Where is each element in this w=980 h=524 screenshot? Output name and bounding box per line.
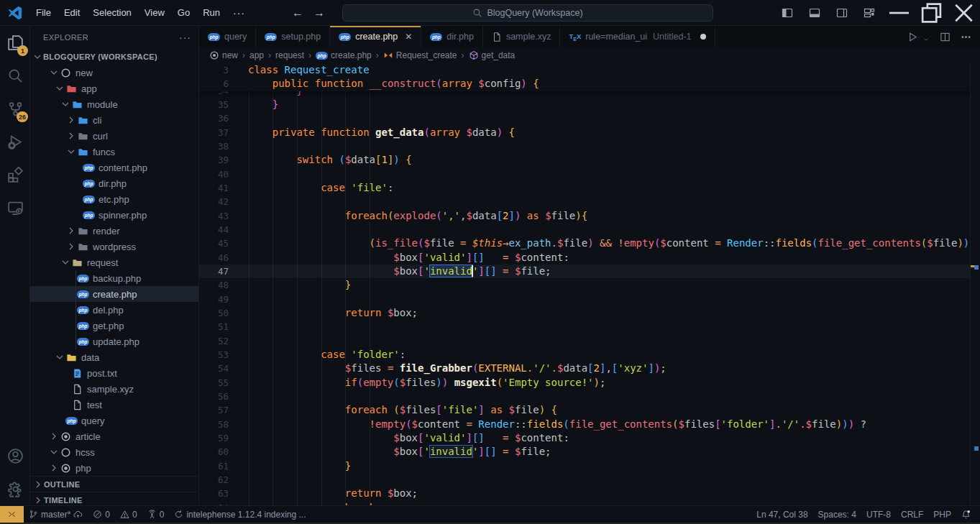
settings-gear-activity-button[interactable]	[0, 472, 30, 505]
tree-item-update-php[interactable]: phpupdate.php	[30, 334, 198, 349]
workspace-root-row[interactable]: BLOGQUERY (WORKSPACE)	[30, 49, 198, 65]
nav-back-icon[interactable]: ←	[292, 6, 303, 19]
tree-item-query[interactable]: phpquery	[30, 413, 198, 428]
command-center-search[interactable]: BlogQuery (Workspace)	[342, 4, 713, 22]
code-editor[interactable]: 3class Request_create6 public function _…	[199, 63, 980, 505]
tree-item-article[interactable]: article	[30, 428, 198, 444]
breadcrumb-item-app[interactable]: app	[249, 50, 264, 60]
run-icon[interactable]	[907, 32, 918, 42]
search-activity-button[interactable]	[0, 59, 30, 92]
sidebar-section-outline[interactable]: OUTLINE	[30, 476, 198, 492]
code-line-6[interactable]: 6 public function __construct(array $con…	[199, 77, 980, 91]
chevron-right-icon[interactable]	[65, 225, 77, 236]
source-control-activity-button[interactable]: 26	[0, 92, 30, 125]
chevron-down-icon[interactable]	[54, 351, 65, 363]
close-icon[interactable]: ✕	[405, 32, 412, 42]
status-sync[interactable]: intelephense 1.12.4 indexing ...	[169, 506, 311, 523]
explorer-activity-button[interactable]: 1	[0, 26, 30, 59]
layout-panel-icon[interactable]	[809, 7, 820, 19]
code-line-36[interactable]: 36	[199, 111, 980, 125]
code-line-41[interactable]: 41 case 'file':	[199, 181, 980, 195]
status-spaces-4[interactable]: Spaces: 4	[813, 506, 861, 523]
status-ln-47-col-38[interactable]: Ln 47, Col 38	[751, 506, 812, 523]
code-line-63[interactable]: 63 return $box;	[199, 487, 980, 500]
layout-customize-icon[interactable]	[864, 7, 875, 19]
status-utf-8[interactable]: UTF-8	[861, 506, 896, 523]
code-line-57[interactable]: 57 foreach ($files['file'] as $file) {	[199, 403, 980, 417]
status-ports[interactable]: 0	[142, 506, 170, 523]
nav-forward-icon[interactable]: →	[313, 6, 325, 19]
tree-item-backup-php[interactable]: phpbackup.php	[30, 270, 198, 286]
chevron-down-icon[interactable]	[60, 98, 71, 110]
tree-item-dir-php[interactable]: phpdir.php	[30, 175, 198, 191]
menu-edit[interactable]: Edit	[58, 0, 86, 26]
menu-view[interactable]: View	[138, 0, 171, 26]
code-line-46[interactable]: 46 $box['valid'][] = $content:	[199, 251, 980, 265]
chevron-down-icon[interactable]	[48, 446, 60, 458]
tree-item-hcss[interactable]: hcss	[30, 444, 198, 460]
sidebar-section-timeline[interactable]: TIMELINE	[30, 492, 198, 505]
menu-file[interactable]: File	[29, 0, 58, 26]
tab-rule-median_ui[interactable]: TEXrule=median_uiUntitled-1	[560, 26, 715, 47]
code-line-47[interactable]: 47 $box['invalid'][] = $file;	[199, 265, 980, 278]
breadcrumb-item-new[interactable]: new	[209, 50, 238, 60]
status-remote[interactable]	[0, 506, 24, 523]
status-warning[interactable]: 0	[115, 506, 142, 523]
code-line-38[interactable]: 38	[199, 139, 980, 153]
tree-item-sample-xyz[interactable]: sample.xyz	[30, 381, 198, 397]
tab-dir-php[interactable]: phpdir.php	[421, 26, 483, 47]
tree-item-render[interactable]: render	[30, 223, 198, 239]
code-line-61[interactable]: 61 }	[199, 459, 980, 473]
chevron-right-icon[interactable]	[65, 130, 77, 142]
status-notifications[interactable]	[956, 506, 976, 523]
restore-button[interactable]	[915, 0, 948, 26]
breadcrumb-item-Request_create[interactable]: Request_create	[383, 50, 457, 60]
tree-item-wordpress[interactable]: wordpress	[30, 239, 198, 254]
status-error[interactable]: 0	[88, 506, 115, 523]
tree-item-del-php[interactable]: phpdel.php	[30, 302, 198, 318]
chevron-right-icon[interactable]	[48, 462, 60, 474]
tab-setup-php[interactable]: phpsetup.php	[256, 26, 330, 47]
tree-item-new[interactable]: new	[30, 65, 198, 81]
close-button[interactable]	[948, 0, 980, 26]
chevron-right-icon[interactable]	[65, 114, 77, 126]
code-line-49[interactable]: 49	[199, 293, 980, 306]
code-line-37[interactable]: 37 private function get_data(array $data…	[199, 126, 980, 139]
chevron-down-icon[interactable]	[60, 257, 71, 268]
code-line-51[interactable]: 51	[199, 320, 980, 334]
code-line-58[interactable]: 58 !empty($content = Render::fields(file…	[199, 418, 980, 431]
chevron-down-icon[interactable]	[65, 146, 77, 157]
code-line-55[interactable]: 55 if(empty($files)) msgexit('Empty sour…	[199, 376, 980, 390]
tree-item-module[interactable]: module	[30, 96, 198, 112]
code-line-3[interactable]: 3class Request_create	[199, 63, 980, 77]
menu-run[interactable]: Run	[196, 0, 226, 26]
layout-sidebar-icon[interactable]	[782, 7, 793, 19]
menu-go[interactable]: Go	[171, 0, 196, 26]
code-line-53[interactable]: 53 case 'folder':	[199, 348, 980, 362]
tree-item-test[interactable]: test	[30, 397, 198, 413]
tab-query[interactable]: phpquery	[199, 26, 256, 47]
chevron-right-icon[interactable]	[48, 431, 60, 442]
overview-ruler-scrollbar[interactable]	[970, 63, 980, 505]
breadcrumb-item-get_data[interactable]: get_data	[469, 50, 516, 60]
minimize-button[interactable]	[883, 0, 915, 26]
code-line-43[interactable]: 43 foreach(explode(',',$data[2]) as $fil…	[199, 209, 980, 223]
code-line-42[interactable]: 42	[199, 195, 980, 208]
tree-item-etc-php[interactable]: phpetc.php	[30, 191, 198, 207]
code-line-44[interactable]: 44	[199, 223, 980, 236]
code-line-52[interactable]: 52	[199, 334, 980, 348]
tree-item-app[interactable]: app	[30, 81, 198, 96]
tree-item-spinner-php[interactable]: phpspinner.php	[30, 207, 198, 223]
run-debug-activity-button[interactable]	[0, 125, 30, 158]
code-line-62[interactable]: 62	[199, 473, 980, 487]
chevron-down-icon[interactable]	[922, 33, 930, 40]
tab-create-php[interactable]: phpcreate.php✕	[330, 26, 421, 47]
tree-item-funcs[interactable]: funcs	[30, 144, 198, 160]
tree-item-create-php[interactable]: phpcreate.php	[30, 286, 198, 302]
dirty-indicator[interactable]	[700, 34, 706, 40]
account-activity-button[interactable]	[0, 439, 30, 472]
tree-item-get-php[interactable]: phpget.php	[30, 318, 198, 334]
menu-selection[interactable]: Selection	[86, 0, 137, 26]
tree-item-data[interactable]: data	[30, 349, 198, 365]
code-line-40[interactable]: 40	[199, 167, 980, 181]
